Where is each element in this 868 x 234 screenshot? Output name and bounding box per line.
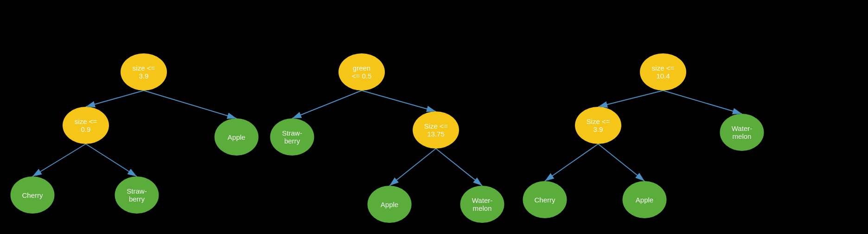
svg-line-1 — [86, 91, 144, 107]
svg-line-9 — [598, 91, 663, 107]
svg-line-4 — [86, 144, 137, 176]
tree-node-t3n1: size <= 10.4 — [640, 53, 686, 91]
tree-node-t1n2: size <= 0.9 — [63, 107, 109, 144]
tree-node-t2n5: Water- melon — [460, 186, 504, 223]
tree-node-t2n1: green <= 0.5 — [338, 53, 385, 91]
svg-line-11 — [545, 144, 598, 181]
svg-line-5 — [292, 91, 362, 118]
tree-node-t1n4: Cherry — [11, 176, 55, 214]
decision-trees-canvas: size <= 3.9size <= 0.9AppleCherryStraw- … — [0, 0, 868, 234]
tree-node-t2n2: Straw- berry — [270, 118, 314, 156]
svg-line-8 — [436, 149, 482, 186]
svg-line-10 — [663, 91, 742, 114]
svg-line-6 — [362, 91, 436, 111]
tree-node-t3n5: Apple — [623, 181, 667, 218]
tree-node-t1n3: Apple — [215, 118, 259, 156]
svg-line-7 — [389, 149, 436, 186]
tree-node-t3n2: Size <= 3.9 — [575, 107, 621, 144]
svg-line-3 — [32, 144, 86, 176]
tree-node-t1n5: Straw- berry — [115, 176, 159, 214]
svg-line-12 — [598, 144, 645, 181]
tree-node-t1n1: size <= 3.9 — [121, 53, 167, 91]
tree-node-t3n3: Water- melon — [720, 114, 764, 151]
tree-node-t3n4: Cherry — [523, 181, 567, 218]
svg-line-2 — [144, 91, 236, 118]
tree-node-t2n3: Size <= 13.75 — [413, 111, 459, 149]
tree-node-t2n4: Apple — [368, 186, 412, 223]
